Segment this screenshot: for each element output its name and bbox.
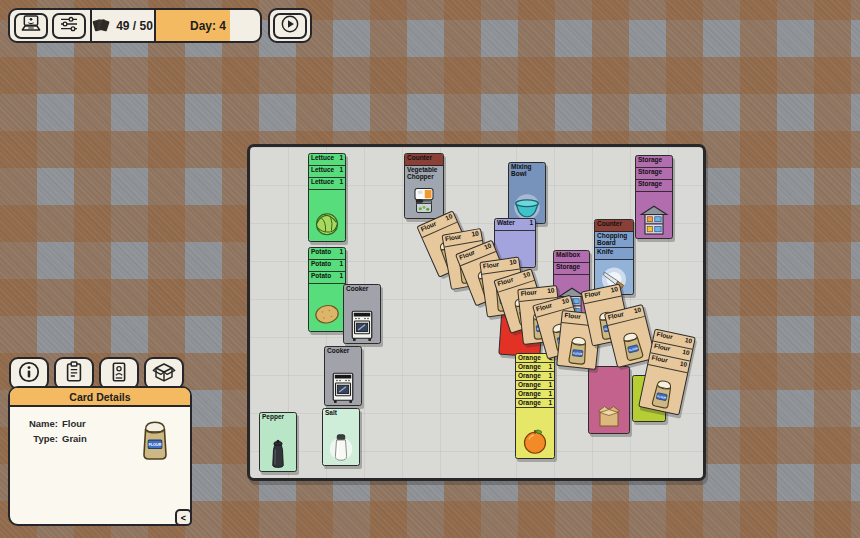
laptop-icon	[19, 14, 43, 37]
card-row: Potato1	[309, 272, 345, 284]
pink-box-card[interactable]	[588, 366, 630, 434]
flourbag-art: FLOUR	[644, 374, 680, 413]
card-details-panel: Card Details Name: Flour Type: Grain FLO…	[8, 357, 192, 526]
play-button[interactable]	[273, 13, 307, 39]
flour-bag-art: FLOUR	[134, 416, 176, 462]
card-row: Lettuce1	[309, 154, 345, 166]
panel-body: Card Details Name: Flour Type: Grain FLO…	[8, 386, 192, 526]
potato-stack[interactable]: Potato1Potato1Potato1	[308, 247, 346, 332]
cards-icon	[91, 17, 111, 35]
field-type-label: Type:	[16, 433, 58, 444]
card-row: Chopping Board	[595, 232, 633, 248]
topbar: 49 / 50 Day: 4	[8, 8, 312, 43]
orange-art	[520, 424, 550, 457]
card-row: Orange1	[516, 399, 554, 408]
card-row: Lettuce1	[309, 178, 345, 190]
chopper-art	[409, 184, 439, 217]
card-row: Storage	[636, 156, 672, 168]
storage-stack[interactable]: StorageStorageStorage	[635, 155, 673, 239]
card-row: Storage	[554, 263, 589, 275]
collapse-panel-button[interactable]: <	[175, 509, 192, 526]
field-type-value: Grain	[62, 433, 87, 444]
cooker-art	[347, 309, 377, 342]
day-progress: Day: 4	[154, 8, 262, 43]
card-label: Cooker	[325, 347, 361, 356]
field-name-value: Flour	[62, 418, 86, 429]
card-label: Cooker	[344, 285, 380, 294]
card-row: Orange1	[516, 381, 554, 390]
lettuce-stack[interactable]: Lettuce1Lettuce1Lettuce1	[308, 153, 346, 242]
pepper-card[interactable]: Pepper	[259, 412, 297, 472]
card-label: Mixing Bowl	[509, 163, 545, 179]
pepper-art	[263, 437, 293, 470]
pack-icon	[152, 360, 176, 387]
orange-stack[interactable]: Orange1Orange1Orange1Orange1Orange1Orang…	[515, 353, 555, 459]
card-row: Storage	[636, 168, 672, 180]
house-art	[639, 204, 669, 237]
box-art	[594, 402, 624, 432]
panel-content: Name: Flour Type: Grain FLOUR	[10, 407, 190, 462]
cooker-art	[328, 371, 358, 404]
card-row: Lettuce1	[309, 166, 345, 178]
sliders-icon	[57, 14, 81, 37]
flourbag-art: FLOUR	[614, 326, 651, 365]
svg-text:FLOUR: FLOUR	[149, 443, 162, 447]
counter-vegetable-chopper[interactable]: CounterVegetable Chopper	[404, 153, 444, 219]
cooker-card-1[interactable]: Cooker	[343, 284, 381, 344]
potato-art	[312, 297, 342, 330]
field-type: Type: Grain	[16, 433, 132, 444]
salt-card[interactable]: Salt	[322, 408, 360, 466]
deck-count: 49 / 50	[116, 19, 153, 33]
app-root: 49 / 50 Day: 4 Lettuce1Lettuce1Lettuce1C…	[0, 0, 860, 538]
mixing-bowl-card[interactable]: Mixing Bowl	[508, 162, 546, 224]
cooker-card-2[interactable]: Cooker	[324, 346, 362, 406]
card-label: Vegetable Chopper	[405, 166, 443, 182]
field-name: Name: Flour	[16, 418, 132, 429]
play-icon	[278, 14, 302, 37]
card-row: Potato1	[309, 248, 345, 260]
card-row: Potato1	[309, 260, 345, 272]
card-row: Orange1	[516, 390, 554, 399]
card-row: Orange1	[516, 363, 554, 372]
card-label: Pepper	[260, 413, 296, 422]
card-row: Storage	[636, 180, 672, 192]
card-label: Salt	[323, 409, 359, 418]
menu-button[interactable]	[14, 13, 48, 39]
field-name-label: Name:	[16, 418, 58, 429]
panel-title: Card Details	[10, 388, 190, 407]
deck-counter: 49 / 50	[90, 8, 157, 43]
card-row: Counter	[405, 154, 443, 166]
card-row: Knife	[595, 248, 633, 260]
salt-art	[326, 431, 356, 464]
card-fields: Name: Flour Type: Grain	[16, 416, 132, 448]
recipe-icon	[107, 360, 131, 387]
play-group	[268, 8, 312, 43]
settings-button[interactable]	[52, 13, 86, 39]
clipboard-icon	[62, 360, 86, 387]
card-row: Water1	[495, 219, 535, 231]
info-icon	[17, 360, 41, 387]
day-label: Day: 4	[190, 19, 226, 33]
lettuce-art	[312, 207, 342, 240]
card-row: Orange1	[516, 372, 554, 381]
card-row: Counter	[595, 220, 633, 232]
card-row: Mailbox	[554, 251, 589, 263]
menu-group	[8, 8, 92, 43]
